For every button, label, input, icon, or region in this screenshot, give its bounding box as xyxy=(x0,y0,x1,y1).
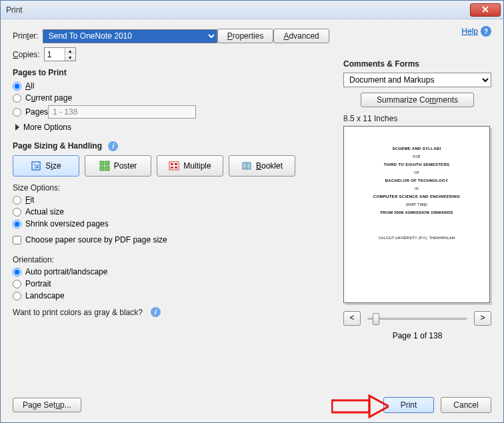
orient-auto-radio[interactable] xyxy=(13,268,21,276)
actual-radio[interactable] xyxy=(13,208,21,216)
pages-to-print-title: Pages to Print xyxy=(13,68,319,77)
pages-range-label: Pages xyxy=(25,107,48,117)
orient-portrait-radio[interactable] xyxy=(13,280,21,288)
tab-size-label: Size xyxy=(45,161,61,171)
svg-rect-9 xyxy=(175,167,177,169)
next-page-button[interactable]: > xyxy=(474,311,491,326)
poster-icon xyxy=(99,161,110,171)
chevron-right-icon xyxy=(15,124,19,131)
tab-poster-label: Poster xyxy=(114,161,137,171)
print-button[interactable]: Print xyxy=(383,397,434,413)
orient-landscape-radio[interactable] xyxy=(13,292,21,300)
cancel-button[interactable]: Cancel xyxy=(441,397,491,413)
paper-source-check[interactable] xyxy=(13,236,21,244)
comments-title: Comments & Forms xyxy=(343,59,491,69)
pages-current-label: Current page xyxy=(25,93,72,103)
svg-rect-1 xyxy=(100,161,104,165)
info-icon-gray[interactable]: i xyxy=(151,307,161,317)
printer-select[interactable]: Send To OneNote 2010 xyxy=(43,29,217,43)
close-button[interactable] xyxy=(470,3,501,17)
tab-size[interactable]: Size xyxy=(13,155,79,177)
paper-size-label: 8.5 x 11 Inches xyxy=(343,114,491,123)
multiple-icon xyxy=(169,161,179,171)
tab-multiple[interactable]: Multiple xyxy=(157,155,223,177)
advanced-button[interactable]: Advanced xyxy=(273,29,329,43)
page-preview: SCHEME AND SYLLABI FOR THIRD TO EIGHTH S… xyxy=(343,126,490,303)
fit-radio[interactable] xyxy=(13,196,21,205)
booklet-icon xyxy=(241,161,252,171)
fit-label: Fit xyxy=(25,195,34,205)
svg-rect-3 xyxy=(100,167,104,171)
comments-combo[interactable]: Document and Markups xyxy=(343,73,491,87)
pages-range-input[interactable] xyxy=(48,105,196,119)
more-options-toggle[interactable]: More Options xyxy=(15,123,319,132)
pages-all-label: All xyxy=(25,81,34,91)
zoom-slider[interactable] xyxy=(367,312,467,324)
shrink-radio[interactable] xyxy=(13,220,21,228)
help-icon: ? xyxy=(481,26,491,37)
tab-booklet[interactable]: Booklet xyxy=(229,155,295,177)
copies-up[interactable]: ▲ xyxy=(65,48,75,55)
more-options-label: More Options xyxy=(23,123,71,132)
tab-booklet-label: Booklet xyxy=(256,161,283,171)
svg-rect-6 xyxy=(171,163,173,165)
page-indicator: Page 1 of 138 xyxy=(343,331,491,340)
actual-label: Actual size xyxy=(25,207,64,216)
properties-button[interactable]: Properties xyxy=(217,29,274,43)
orient-landscape-label: Landscape xyxy=(25,291,65,300)
info-icon[interactable]: i xyxy=(108,141,118,151)
copies-label: Copies: xyxy=(13,50,40,59)
size-options-label: Size Options: xyxy=(13,183,315,193)
size-icon xyxy=(31,161,41,171)
orient-portrait-label: Portrait xyxy=(25,279,51,288)
svg-rect-5 xyxy=(169,162,179,170)
copies-input[interactable] xyxy=(45,48,65,61)
copies-down[interactable]: ▼ xyxy=(65,55,75,61)
svg-rect-2 xyxy=(105,161,109,165)
title-bar: Print xyxy=(1,1,503,19)
help-label: Help xyxy=(461,27,478,36)
prev-page-button[interactable]: < xyxy=(343,311,361,326)
svg-rect-7 xyxy=(175,163,177,165)
sizing-title: Page Sizing & Handling i xyxy=(13,141,319,151)
gray-label: Want to print colors as gray & black? xyxy=(13,308,143,317)
pages-range-radio[interactable] xyxy=(13,108,21,117)
svg-rect-4 xyxy=(105,167,109,171)
tab-poster[interactable]: Poster xyxy=(85,155,151,177)
shrink-label: Shrink oversized pages xyxy=(25,219,109,228)
svg-rect-8 xyxy=(171,167,173,169)
printer-label: Printer: xyxy=(13,31,39,41)
copies-spinner[interactable]: ▲▼ xyxy=(44,47,76,61)
paper-source-label: Choose paper source by PDF page size xyxy=(25,235,167,244)
page-setup-button[interactable]: Page Setup... xyxy=(13,398,81,412)
window-title: Print xyxy=(3,5,470,15)
pages-current-radio[interactable] xyxy=(13,94,21,103)
summarize-button[interactable]: Summarize Comments xyxy=(361,93,474,107)
orient-auto-label: Auto portrait/landscape xyxy=(25,267,107,276)
help-link[interactable]: Help ? xyxy=(461,26,491,37)
orientation-label: Orientation: xyxy=(13,255,315,264)
tab-multiple-label: Multiple xyxy=(183,161,211,171)
pages-all-radio[interactable] xyxy=(13,82,21,91)
